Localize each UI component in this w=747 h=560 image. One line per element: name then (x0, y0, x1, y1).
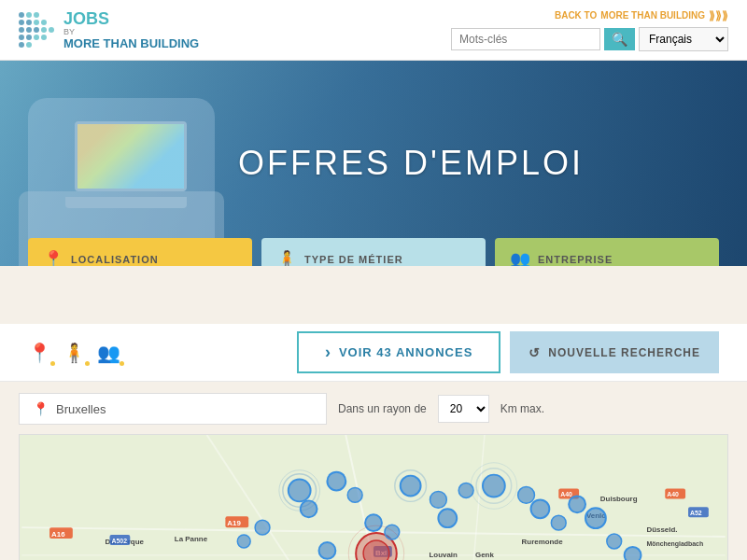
svg-text:A16: A16 (51, 530, 65, 539)
filter-entreprise-header: 👥 ENTREPRISE (510, 249, 704, 266)
logo-jobs: JOBS (63, 10, 199, 27)
svg-text:La Panne: La Panne (175, 535, 208, 543)
svg-point-52 (551, 515, 566, 530)
entreprise-icon: 👥 (510, 249, 530, 266)
svg-point-43 (401, 476, 421, 497)
svg-point-41 (347, 488, 362, 503)
hero-title: OFFRES D'EMPLOI (238, 144, 584, 183)
svg-point-56 (625, 547, 641, 560)
svg-point-61 (255, 520, 270, 535)
metier-label: TYPE DE MÉTIER (304, 254, 403, 265)
voir-annonces-button[interactable]: VOIR 43 ANNONCES (297, 331, 500, 373)
nouvelle-recherche-label: NOUVELLE RECHERCHE (548, 346, 700, 359)
map-section: 📍 Dans un rayon de 20 10 30 50 Km max. (0, 382, 747, 560)
nouvelle-recherche-button[interactable]: ↺ NOUVELLE RECHERCHE (510, 331, 719, 373)
filter-metier-header: 🧍 TYPE DE MÉTIER (276, 249, 471, 266)
svg-point-60 (319, 542, 336, 559)
back-highlight: MORE THAN BUILDING (600, 10, 705, 21)
svg-point-63 (365, 514, 382, 531)
refresh-icon: ↺ (529, 345, 541, 360)
svg-text:Louvain: Louvain (429, 551, 458, 559)
filter-localisation-header: 📍 LOCALISATION (43, 249, 237, 266)
filter-icon-localisation: 📍 (28, 342, 51, 364)
svg-text:A502: A502 (111, 538, 127, 544)
actions-bar: 📍 🧍 👥 VOIR 43 ANNONCES ↺ NOUVELLE RECHER… (0, 324, 747, 382)
svg-point-55 (607, 534, 622, 549)
map-location-icon: 📍 (33, 401, 49, 416)
logo-area: JOBS BY MORE THAN BUILDING (19, 10, 199, 49)
svg-text:A40: A40 (560, 491, 572, 497)
filter-icon-metier: 🧍 (63, 342, 86, 364)
logo-text: JOBS BY MORE THAN BUILDING (63, 10, 199, 49)
svg-point-40 (327, 472, 345, 491)
svg-text:Mönchengladbach: Mönchengladbach (646, 540, 703, 548)
map-search-bar: 📍 Dans un rayon de 20 10 30 50 Km max. (19, 393, 728, 425)
svg-text:Duisbourg: Duisbourg (600, 495, 638, 503)
map-location-container: 📍 (19, 393, 327, 425)
svg-text:A52: A52 (690, 510, 702, 516)
filter-icon-entreprise: 👥 (97, 342, 120, 364)
map-container[interactable]: A16 A19 A25 Bxl Calais Dunkerque La Pann… (19, 434, 728, 560)
actions-buttons: VOIR 43 ANNONCES ↺ NOUVELLE RECHERCHE (297, 331, 719, 373)
filter-entreprise[interactable]: 👥 ENTREPRISE Aucune donnée sélectionnée (495, 238, 719, 266)
filter-localisation[interactable]: 📍 LOCALISATION 20 Km autour de Bruxelles (28, 238, 252, 266)
svg-point-48 (483, 475, 505, 497)
search-button[interactable]: 🔍 (604, 28, 635, 50)
svg-point-50 (518, 487, 535, 504)
svg-point-54 (585, 508, 606, 528)
filter-icons-row: 📍 🧍 👥 (28, 342, 120, 364)
hero-heading: OFFRES D'EMPLOI (238, 144, 584, 183)
map-location-input[interactable] (56, 402, 313, 416)
svg-text:Ruremonde: Ruremonde (522, 538, 564, 546)
svg-text:A19: A19 (227, 519, 241, 527)
svg-point-51 (531, 499, 550, 518)
svg-point-64 (385, 525, 400, 539)
svg-text:Genk: Genk (475, 551, 494, 559)
map-svg: A16 A19 A25 Bxl Calais Dunkerque La Pann… (20, 435, 727, 560)
logo-mtb: MORE THAN BUILDING (63, 37, 199, 49)
svg-text:Düsseld.: Düsseld. (646, 525, 677, 534)
map-radius-select[interactable]: 20 10 30 50 (438, 395, 489, 423)
filter-metier[interactable]: 🧍 TYPE DE MÉTIER Aucune donnée sélection… (261, 238, 486, 266)
metier-icon: 🧍 (276, 249, 297, 266)
header-right: BACK TO MORE THAN BUILDING ⟫⟫⟫ 🔍 Françai… (451, 9, 728, 51)
svg-text:A40: A40 (667, 491, 679, 497)
localisation-label: LOCALISATION (71, 254, 159, 265)
logo-grid (19, 12, 54, 48)
localisation-icon: 📍 (43, 249, 63, 266)
svg-point-62 (237, 535, 250, 548)
search-bar: 🔍 Français English Nederlands (451, 27, 728, 51)
svg-point-38 (289, 480, 311, 502)
back-to-mtb-link[interactable]: BACK TO MORE THAN BUILDING ⟫⟫⟫ (555, 9, 728, 22)
filter-cards: 📍 LOCALISATION 20 Km autour de Bruxelles… (28, 238, 719, 266)
svg-point-45 (430, 491, 446, 508)
svg-point-37 (363, 540, 389, 560)
header: JOBS BY MORE THAN BUILDING BACK TO MORE … (0, 0, 747, 61)
svg-point-53 (569, 496, 585, 512)
entreprise-label: ENTREPRISE (538, 254, 613, 265)
back-arrows: ⟫⟫⟫ (709, 9, 728, 22)
svg-point-46 (438, 509, 457, 527)
map-km-label: Km max. (500, 402, 544, 415)
language-select[interactable]: Français English Nederlands (639, 27, 728, 51)
hero-section: OFFRES D'EMPLOI 📍 LOCALISATION 20 Km aut… (0, 61, 747, 266)
map-radius-label: Dans un rayon de (338, 402, 427, 415)
search-input[interactable] (451, 28, 600, 50)
back-prefix: BACK TO (555, 10, 597, 21)
